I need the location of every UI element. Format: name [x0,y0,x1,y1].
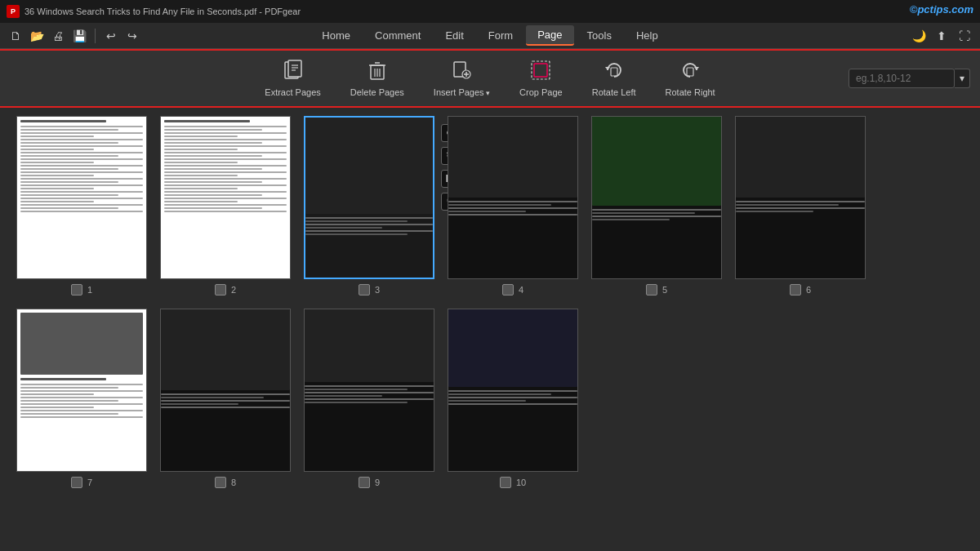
thumb-wrap-4[interactable] [448,116,578,279]
page-thumb-5: 5 [591,116,722,295]
page-num-row-8: 8 [215,477,236,488]
page-num-2: 2 [231,285,236,295]
page-checkbox-9[interactable] [359,477,370,488]
rotate-right-label: Rotate Right [666,87,715,97]
page-num-row-7: 7 [71,477,92,488]
page-checkbox-1[interactable] [71,284,82,295]
insert-pages-icon [451,60,472,84]
extract-pages-btn[interactable]: Extract Pages [250,55,335,102]
crop-page-btn[interactable]: Crop Page [505,55,577,102]
svg-rect-1 [288,60,301,77]
svg-marker-19 [694,67,699,70]
undo-icon[interactable]: ↩ [102,27,120,45]
page-input-wrap: ▾ [849,69,970,88]
left-toolbar: 🗋 📂 🖨 💾 ↩ ↪ [7,27,141,45]
crop-page-label: Crop Page [519,87,563,97]
menu-help[interactable]: Help [625,26,670,45]
fullscreen-icon[interactable]: ⛶ [956,27,973,45]
extract-pages-icon [283,60,304,84]
thumb-wrap-9[interactable] [304,309,434,472]
watermark: ©pctips.com [910,3,973,16]
right-toolbar: 🌙 ⬆ ⛶ [910,27,973,45]
page-num-1: 1 [87,285,92,295]
menu-tools[interactable]: Tools [576,26,623,45]
page-num-row-6: 6 [790,284,811,295]
page-num-7: 7 [87,478,92,487]
titlebar: P 36 Windows Search Tricks to Find Any F… [0,0,980,23]
page-num-5: 5 [662,285,667,295]
svg-marker-17 [605,67,610,70]
share-icon[interactable]: ⬆ [933,27,951,45]
delete-pages-icon [367,60,388,84]
thumb-wrap-3[interactable] [304,116,434,279]
page-checkbox-3[interactable] [359,284,370,295]
delete-pages-btn[interactable]: Delete Pages [336,55,419,102]
menubar: 🗋 📂 🖨 💾 ↩ ↪ Home Comment Edit Form Page … [0,23,980,49]
app-icon: P [7,5,20,18]
menu-home[interactable]: Home [310,26,362,45]
menu-form[interactable]: Form [477,26,524,45]
page-input-dropdown-btn[interactable]: ▾ [955,69,970,88]
page-thumb-7: 7 [16,309,147,488]
insert-pages-btn[interactable]: Insert Pages [419,55,505,102]
page-num-row-5: 5 [646,284,667,295]
page-num-row-1: 1 [71,284,92,295]
page-thumb-4: 4 [448,116,578,295]
page-checkbox-2[interactable] [215,284,226,295]
menu-items: Home Comment Edit Form Page Tools Help [310,25,669,46]
page-thumb-9: 9 [304,309,434,488]
delete-pages-label: Delete Pages [350,87,404,97]
insert-pages-label: Insert Pages [434,87,490,97]
menu-page[interactable]: Page [526,25,573,46]
svg-rect-15 [534,64,547,77]
page-range-input[interactable] [849,69,955,88]
thumb-wrap-1[interactable] [16,116,147,279]
page-thumb-2: 2 [160,116,291,295]
page-num-8: 8 [231,478,236,487]
thumb-wrap-10[interactable] [448,309,578,472]
menu-comment[interactable]: Comment [363,26,432,45]
page-checkbox-10[interactable] [500,477,511,488]
toolbar-buttons: Extract Pages Delete Pages [250,55,729,102]
save-icon[interactable]: 💾 [70,27,88,45]
page-num-4: 4 [519,285,523,295]
page-num-6: 6 [806,285,811,295]
pages-thumbnail-grid: 1 [0,108,980,551]
page-checkbox-7[interactable] [71,477,82,488]
print-icon[interactable]: 🖨 [49,27,67,45]
page-thumb-1: 1 [16,116,147,295]
page-num-row-2: 2 [215,284,236,295]
thumb-wrap-7[interactable] [16,309,147,472]
thumb-wrap-5[interactable] [591,116,722,279]
thumb-wrap-2[interactable] [160,116,291,279]
rotate-left-icon [604,60,625,84]
page-content-1 [17,117,146,278]
page-num-10: 10 [516,478,526,487]
new-file-icon[interactable]: 🗋 [7,27,24,45]
page-checkbox-8[interactable] [215,477,226,488]
page-num-row-4: 4 [502,284,523,295]
page-thumb-3: ↺ ↻ ⧠ ⤡ 3 [304,116,434,295]
page-thumb-6: 6 [735,116,866,295]
svg-rect-18 [611,68,617,76]
redo-icon[interactable]: ↪ [123,27,141,45]
menu-edit[interactable]: Edit [434,26,474,45]
thumb-wrap-8[interactable] [160,309,291,472]
svg-rect-20 [687,68,693,76]
toolbar-separator [95,29,96,43]
rotate-left-btn[interactable]: Rotate Left [577,55,651,102]
page-num-9: 9 [375,478,380,487]
rotate-right-btn[interactable]: Rotate Right [651,55,730,102]
rotate-left-label: Rotate Left [592,87,636,97]
extract-pages-label: Extract Pages [265,87,320,97]
page-checkbox-4[interactable] [502,284,514,295]
open-file-icon[interactable]: 📂 [28,27,46,45]
crop-page-icon [530,60,551,84]
page-num-row-10: 10 [500,477,526,488]
page-checkbox-5[interactable] [646,284,657,295]
page-checkbox-6[interactable] [790,284,801,295]
page-num-row-9: 9 [359,477,380,488]
rotate-right-icon [679,60,701,84]
thumb-wrap-6[interactable] [735,116,866,279]
dark-mode-icon[interactable]: 🌙 [910,27,928,45]
